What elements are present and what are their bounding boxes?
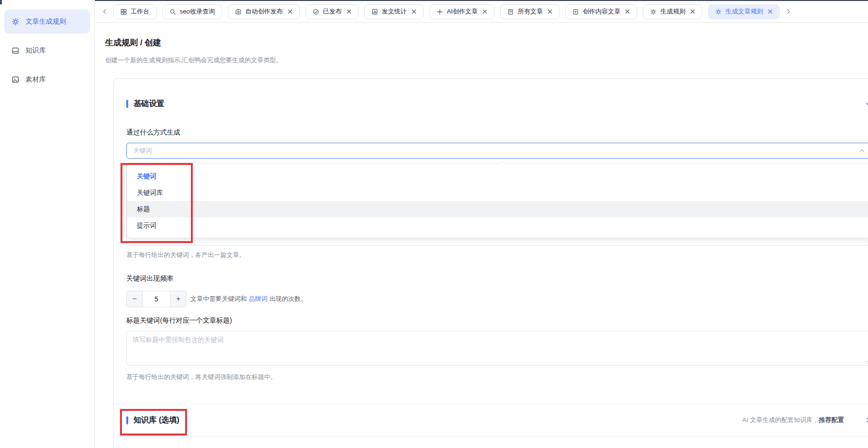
tab-label: 发文统计 xyxy=(382,7,407,16)
generation-method-label: 通过什么方式生成 xyxy=(126,128,868,137)
page-subtitle: 创建一个新的生成规则指示,汇创鸭会完成您要生成的文章类型。 xyxy=(105,56,868,65)
tab-label: 所有文章 xyxy=(518,7,543,16)
knowledge-base-title: 知识库 (选填) xyxy=(126,415,179,425)
sidebar: 文章生成规则 知识库 素材库 xyxy=(0,0,95,448)
auto-publish-icon xyxy=(235,9,241,15)
grid-icon xyxy=(120,9,127,15)
rule-form-card: 基础设置 通过什么方式生成 关键词 xyxy=(113,78,868,448)
generation-method-dropdown: 关键词 关键词库 标题 提示词 xyxy=(127,164,868,238)
sidebar-item-label: 素材库 xyxy=(26,75,46,84)
window-edge-artifact xyxy=(0,0,2,4)
sidebar-item-label: 知识库 xyxy=(26,46,46,55)
stepper-value[interactable]: 5 xyxy=(143,291,170,307)
section-accent-bar xyxy=(126,416,128,424)
select-value: 关键词 xyxy=(133,147,152,155)
page-title: 生成规则 / 创建 xyxy=(105,37,868,48)
tab-published[interactable]: 已发布 xyxy=(306,4,359,19)
chevron-up-icon xyxy=(859,148,865,154)
file-plus-icon xyxy=(573,9,579,15)
keyword-frequency-row: − 5 + 文章中需要关键词和品牌词出现的次数。 xyxy=(126,291,868,307)
caption-after: 出现的次数。 xyxy=(269,295,307,302)
gear-icon xyxy=(12,18,19,26)
collapse-chevron-down-icon[interactable] xyxy=(865,101,868,108)
document-icon xyxy=(507,9,514,15)
tab-post-stats[interactable]: 发文统计 xyxy=(364,4,424,19)
title-keywords-label: 标题关键词(每行对应一个文章标题) xyxy=(126,316,868,325)
knowledge-base-meta: AI 文章生成的配套知识库，推荐配置 xyxy=(742,416,868,424)
tab-auto-publish[interactable]: 自动创作发布 xyxy=(228,4,300,19)
stepper-minus-button[interactable]: − xyxy=(127,291,143,307)
tab-label: 创作内容文章 xyxy=(583,7,620,16)
sidebar-item-material-library[interactable]: 素材库 xyxy=(4,68,90,92)
dropdown-option-prompt[interactable]: 提示词 xyxy=(127,217,868,234)
tab-scroll-left-icon[interactable] xyxy=(102,9,107,14)
tab-workbench[interactable]: 工作台 xyxy=(113,4,157,19)
tab-close-icon[interactable] xyxy=(347,9,351,14)
tab-close-icon[interactable] xyxy=(625,9,630,14)
stepper-plus-button[interactable]: + xyxy=(170,291,186,307)
basic-settings-title: 基础设置 xyxy=(126,99,164,109)
page-content: 生成规则 / 创建 创建一个新的生成规则指示,汇创鸭会完成您要生成的文章类型。 … xyxy=(95,23,868,448)
tab-label: AI创作文章 xyxy=(447,7,478,16)
tab-close-icon[interactable] xyxy=(288,9,293,14)
generation-method-select[interactable]: 关键词 xyxy=(126,143,868,159)
tab-close-icon[interactable] xyxy=(768,9,773,14)
dropdown-option-keyword-library[interactable]: 关键词库 xyxy=(127,185,868,201)
tab-label: seo收录查询 xyxy=(180,7,215,16)
title-keywords-field xyxy=(126,331,868,366)
search-icon xyxy=(170,9,176,15)
chevron-right-icon[interactable] xyxy=(864,417,868,423)
frequency-caption: 文章中需要关键词和品牌词出现的次数。 xyxy=(190,295,307,303)
meta-text: AI 文章生成的配套知识库， xyxy=(742,416,819,424)
bar-chart-icon xyxy=(372,9,378,15)
section-title-text: 知识库 (选填) xyxy=(134,415,179,425)
keyword-frequency-label: 关键词出现频率 xyxy=(126,274,868,283)
main-area: 工作台 seo收录查询 自动创作发布 已发 xyxy=(95,0,868,448)
image-icon xyxy=(12,76,19,83)
tab-label: 工作台 xyxy=(131,7,149,16)
sidebar-item-knowledge-base[interactable]: 知识库 xyxy=(4,39,90,63)
plus-icon xyxy=(437,9,443,15)
section-title-text: 基础设置 xyxy=(134,99,164,109)
sidebar-item-article-rules[interactable]: 文章生成规则 xyxy=(4,10,90,34)
tab-generation-article-rules[interactable]: 生成文章规则 xyxy=(708,4,780,19)
tab-label: 已发布 xyxy=(323,7,342,16)
check-circle-icon xyxy=(313,9,319,15)
method-help-text: 基于每行给出的关键词，各产出一篇文章。 xyxy=(126,251,868,259)
frequency-stepper: − 5 + xyxy=(126,291,187,307)
meta-bold-text: 推荐配置 xyxy=(819,416,844,424)
gear-icon xyxy=(650,9,656,15)
library-icon xyxy=(12,47,19,54)
caption-before: 文章中需要关键词和 xyxy=(190,295,247,302)
tab-close-icon[interactable] xyxy=(548,9,552,14)
tab-bar: 工作台 seo收录查询 自动创作发布 已发 xyxy=(95,1,868,23)
tab-close-icon[interactable] xyxy=(412,9,416,14)
sidebar-item-label: 文章生成规则 xyxy=(26,17,66,26)
knowledge-base-section-row[interactable]: 知识库 (选填) AI 文章生成的配套知识库，推荐配置 xyxy=(126,404,868,436)
title-keywords-help: 基于每行给出的关键词，将关键词强制添加在标题中。 xyxy=(126,373,868,381)
dropdown-notch xyxy=(499,162,505,168)
tab-create-content-article[interactable]: 创作内容文章 xyxy=(565,4,637,19)
tab-label: 自动创作发布 xyxy=(245,7,283,16)
section-accent-bar xyxy=(126,100,128,108)
tab-generation-rules[interactable]: 生成规则 xyxy=(643,4,702,19)
tab-scroll-right-icon[interactable] xyxy=(786,9,791,14)
tab-ai-create-article[interactable]: AI创作文章 xyxy=(429,4,494,19)
tab-label: 生成规则 xyxy=(660,7,685,16)
tab-all-articles[interactable]: 所有文章 xyxy=(500,4,560,19)
tab-close-icon[interactable] xyxy=(690,9,695,14)
gear-icon xyxy=(715,9,721,15)
tab-label: 生成文章规则 xyxy=(725,7,763,16)
dropdown-option-title[interactable]: 标题 xyxy=(127,201,868,217)
generation-method-field: 关键词 关键词 关键词库 标题 提示词 xyxy=(126,143,868,245)
title-keywords-textarea[interactable] xyxy=(126,331,868,366)
tab-seo-query[interactable]: seo收录查询 xyxy=(162,4,222,19)
tab-close-icon[interactable] xyxy=(482,9,487,14)
dropdown-option-keyword[interactable]: 关键词 xyxy=(127,168,868,185)
images-section-row[interactable]: 配图 缩略图及文中配图 xyxy=(126,436,868,448)
brand-words-link[interactable]: 品牌词 xyxy=(249,295,267,302)
basic-settings-header: 基础设置 xyxy=(126,99,868,109)
